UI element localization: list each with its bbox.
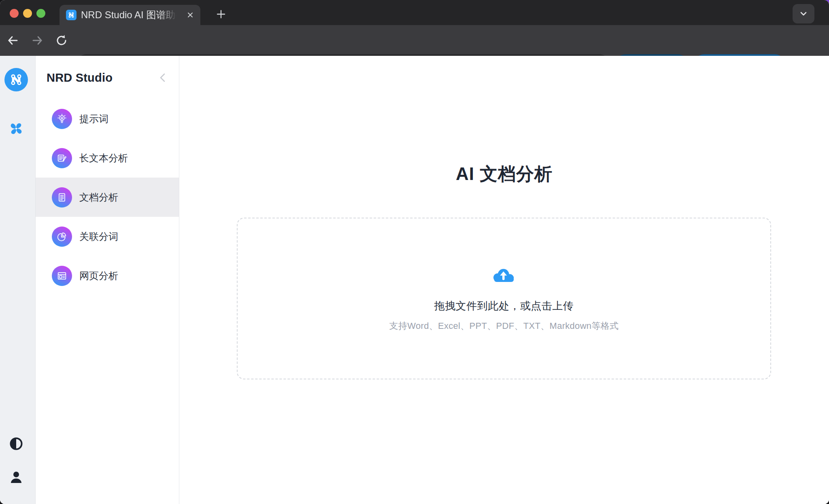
nrd-logo-icon (66, 10, 77, 20)
sidebar-item-label: 文档分析 (79, 191, 118, 204)
webpage-icon (52, 266, 72, 286)
tab-strip: NRD Studio AI 图谱助手 - 享岚 (0, 0, 829, 25)
long-text-icon (52, 148, 72, 168)
chevron-left-icon[interactable] (157, 72, 168, 83)
dropzone-primary-text: 拖拽文件到此处，或点击上传 (434, 299, 574, 313)
page-title: AI 文档分析 (179, 162, 829, 186)
close-window-button[interactable] (10, 9, 19, 18)
browser-window: NRD Studio AI 图谱助手 - 享岚 (0, 0, 829, 504)
forward-icon[interactable] (28, 31, 47, 50)
tab-title: NRD Studio AI 图谱助手 - 享岚 (81, 8, 176, 21)
lightbulb-icon (52, 109, 72, 129)
sidebar-item-long-text[interactable]: 长文本分析 (36, 138, 179, 178)
sidebar-item-label: 关联分词 (79, 230, 118, 243)
minimize-window-button[interactable] (23, 9, 32, 18)
pinwheel-icon[interactable] (8, 121, 24, 137)
sidebar-item-label: 长文本分析 (79, 152, 128, 165)
profile-icon[interactable] (9, 470, 24, 485)
browser-tab[interactable]: NRD Studio AI 图谱助手 - 享岚 (60, 5, 200, 25)
browser-toolbar: nrdstudio.cn/ai/app/docs Verify it's you… (0, 25, 829, 56)
sidebar-item-prompts[interactable]: 提示词 (36, 99, 179, 138)
back-icon[interactable] (3, 31, 23, 50)
sidebar-item-docs[interactable]: 文档分析 (36, 178, 179, 217)
reload-icon[interactable] (52, 31, 71, 50)
sidebar-item-label: 网页分析 (79, 269, 118, 282)
cloud-upload-icon (490, 265, 518, 285)
main-panel: AI 文档分析 拖拽文件到此处，或点击上传 支持Word、Excel、P (179, 56, 829, 504)
sidebar: NRD Studio 提示词 (36, 56, 179, 504)
new-tab-icon[interactable] (212, 5, 230, 23)
brand-title: NRD Studio (47, 71, 113, 85)
dropzone-secondary-text: 支持Word、Excel、PPT、PDF、TXT、Markdown等格式 (389, 320, 619, 332)
document-icon (52, 187, 72, 208)
contrast-theme-icon[interactable] (9, 437, 23, 451)
fullscreen-window-button[interactable] (36, 9, 45, 18)
nrd-logo-icon[interactable] (4, 68, 28, 91)
app-rail (0, 56, 36, 504)
sidebar-item-webpage[interactable]: 网页分析 (36, 256, 179, 295)
sidebar-item-word-segmentation[interactable]: 关联分词 (36, 217, 179, 256)
tab-list-chevron-icon[interactable] (793, 4, 814, 23)
page-content: NRD Studio 提示词 (0, 56, 829, 504)
sidebar-item-label: 提示词 (79, 112, 108, 125)
close-tab-icon[interactable] (186, 11, 195, 19)
file-dropzone[interactable]: 拖拽文件到此处，或点击上传 支持Word、Excel、PPT、PDF、TXT、M… (237, 218, 771, 379)
pie-chart-icon (52, 227, 72, 247)
